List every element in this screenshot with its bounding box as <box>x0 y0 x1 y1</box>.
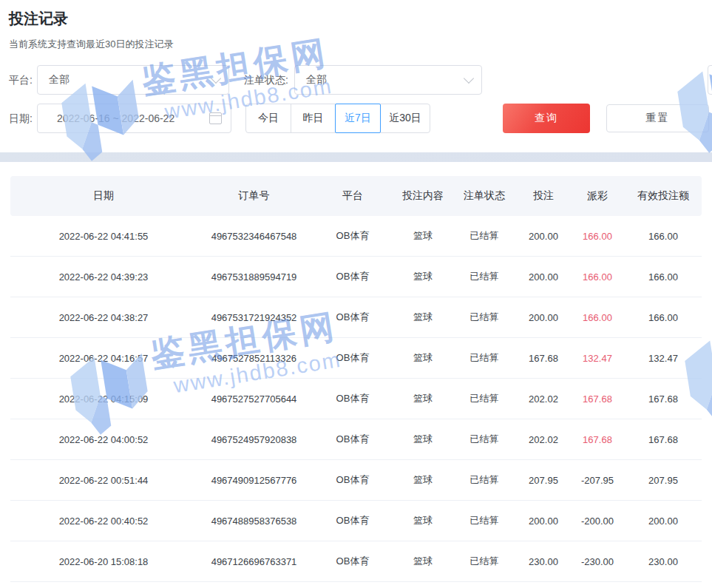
table-row: 2022-06-22 04:41:554967532346467548OB体育篮… <box>10 216 702 257</box>
table-cell-date: 2022-06-20 15:08:18 <box>10 541 197 582</box>
table-header-cell: 投注内容 <box>394 176 452 216</box>
date-range-input[interactable]: 2022-06-16 ~ 2022-06-22 <box>37 104 231 133</box>
table-cell-valid: 166.00 <box>625 216 702 257</box>
order-status-select-value: 全部 <box>306 73 327 87</box>
table-cell-date: 2022-06-22 04:41:55 <box>10 216 197 257</box>
truncated-filter-control[interactable] <box>708 65 712 95</box>
table-cell-status: 已结算 <box>452 541 517 582</box>
table-cell-content: 篮球 <box>394 338 452 379</box>
table-cell-payout: 167.68 <box>570 419 625 460</box>
page-subtitle: 当前系统支持查询最近30日的投注记录 <box>9 38 173 51</box>
table-row: 2022-06-22 04:39:234967531889594719OB体育篮… <box>10 257 702 297</box>
table-cell-content: 篮球 <box>394 541 452 582</box>
table-cell-date: 2022-06-22 04:16:57 <box>10 338 197 379</box>
table-cell-date: 2022-06-22 04:00:52 <box>10 419 197 460</box>
table-row: 2022-06-22 04:38:274967531721924352OB体育篮… <box>10 297 702 338</box>
table-row: 2022-06-22 00:40:524967488958376538OB体育篮… <box>10 501 702 541</box>
table-cell-order: 4967532346467548 <box>197 216 311 257</box>
table-cell-valid: 167.68 <box>625 419 702 460</box>
order-status-label: 注单状态: <box>244 65 288 95</box>
order-status-select[interactable]: 全部 <box>294 65 482 95</box>
table-header-row: 日期订单号平台投注内容注单状态投注派彩有效投注额 <box>10 176 702 216</box>
table-cell-platform: OB体育 <box>311 501 394 541</box>
table-cell-date: 2022-06-22 04:39:23 <box>10 257 197 297</box>
reset-button[interactable]: 重置 <box>606 104 709 132</box>
quick-range-button-3[interactable]: 近7日 <box>335 104 381 133</box>
bet-records-table: 日期订单号平台投注内容注单状态投注派彩有效投注额 2022-06-22 04:4… <box>10 176 702 582</box>
table-cell-bet: 202.02 <box>517 419 570 460</box>
table-cell-valid: 166.00 <box>625 257 702 297</box>
table-cell-valid: 167.68 <box>625 379 702 419</box>
table-cell-platform: OB体育 <box>311 419 394 460</box>
quick-range-button-1[interactable]: 今日 <box>245 104 291 133</box>
table-cell-content: 篮球 <box>394 297 452 338</box>
table-cell-platform: OB体育 <box>311 379 394 419</box>
table-cell-valid: 166.00 <box>625 297 702 338</box>
table-cell-status: 已结算 <box>452 297 517 338</box>
table-cell-payout: 132.47 <box>570 338 625 379</box>
table-header-cell: 订单号 <box>197 176 311 216</box>
table-cell-status: 已结算 <box>452 460 517 501</box>
table-cell-platform: OB体育 <box>311 338 394 379</box>
table-cell-content: 篮球 <box>394 216 452 257</box>
query-button[interactable]: 查询 <box>503 104 590 133</box>
page-title: 投注记录 <box>9 9 68 29</box>
table-cell-order: 4967531889594719 <box>197 257 311 297</box>
table-cell-payout: -200.00 <box>570 501 625 541</box>
table-cell-content: 篮球 <box>394 379 452 419</box>
table-header-cell: 平台 <box>311 176 394 216</box>
table-cell-order: 4967490912567776 <box>197 460 311 501</box>
table-cell-valid: 230.00 <box>625 541 702 582</box>
table-row: 2022-06-20 15:08:184967126696763371OB体育篮… <box>10 541 702 582</box>
table-cell-order: 4967527527705644 <box>197 379 311 419</box>
table-row: 2022-06-22 00:51:444967490912567776OB体育篮… <box>10 460 702 501</box>
table-cell-platform: OB体育 <box>311 460 394 501</box>
table-header-cell: 日期 <box>10 176 197 216</box>
table-cell-bet: 200.00 <box>517 257 570 297</box>
table-cell-status: 已结算 <box>452 501 517 541</box>
table-cell-status: 已结算 <box>452 216 517 257</box>
date-label: 日期: <box>9 104 33 133</box>
table-cell-platform: OB体育 <box>311 257 394 297</box>
calendar-icon <box>209 112 222 124</box>
table-cell-content: 篮球 <box>394 460 452 501</box>
table-cell-order: 4967527852113326 <box>197 338 311 379</box>
table-cell-bet: 230.00 <box>517 541 570 582</box>
table-cell-order: 4967524957920838 <box>197 419 311 460</box>
platform-select[interactable]: 全部 <box>37 65 229 95</box>
table-cell-payout: 167.68 <box>570 379 625 419</box>
table-cell-order: 4967488958376538 <box>197 501 311 541</box>
table-cell-bet: 202.02 <box>517 379 570 419</box>
table-cell-valid: 132.47 <box>625 338 702 379</box>
table-cell-payout: 166.00 <box>570 297 625 338</box>
table-header-cell: 投注 <box>517 176 570 216</box>
date-range-value: 2022-06-16 ~ 2022-06-22 <box>57 112 174 124</box>
table-cell-platform: OB体育 <box>311 216 394 257</box>
table-cell-payout: -230.00 <box>570 541 625 582</box>
platform-label: 平台: <box>9 65 33 95</box>
table-row: 2022-06-22 04:00:524967524957920838OB体育篮… <box>10 419 702 460</box>
date-quick-button-group: 今日昨日近7日近30日 <box>245 104 430 133</box>
table-header-cell: 有效投注额 <box>625 176 702 216</box>
table-cell-order: 4967531721924352 <box>197 297 311 338</box>
quick-range-button-2[interactable]: 昨日 <box>291 104 336 133</box>
table-cell-content: 篮球 <box>394 501 452 541</box>
table-cell-order: 4967126696763371 <box>197 541 311 582</box>
table-cell-date: 2022-06-22 04:15:09 <box>10 379 197 419</box>
table-cell-status: 已结算 <box>452 257 517 297</box>
table-cell-bet: 200.00 <box>517 297 570 338</box>
table-cell-valid: 207.95 <box>625 460 702 501</box>
table-cell-bet: 200.00 <box>517 501 570 541</box>
table-cell-status: 已结算 <box>452 419 517 460</box>
chevron-down-icon <box>464 72 474 83</box>
table-cell-platform: OB体育 <box>311 297 394 338</box>
table-cell-date: 2022-06-22 00:51:44 <box>10 460 197 501</box>
table-row: 2022-06-22 04:15:094967527527705644OB体育篮… <box>10 379 702 419</box>
table-cell-status: 已结算 <box>452 379 517 419</box>
table-cell-platform: OB体育 <box>311 541 394 582</box>
table-cell-bet: 167.68 <box>517 338 570 379</box>
quick-range-button-4[interactable]: 近30日 <box>380 104 430 133</box>
table-cell-date: 2022-06-22 04:38:27 <box>10 297 197 338</box>
table-cell-payout: -207.95 <box>570 460 625 501</box>
table-cell-bet: 207.95 <box>517 460 570 501</box>
